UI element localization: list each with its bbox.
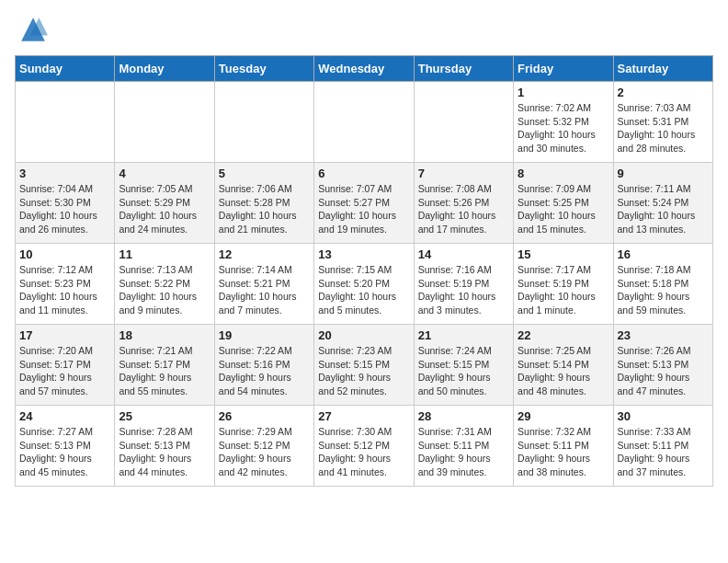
calendar-cell: 5Sunrise: 7:06 AM Sunset: 5:28 PM Daylig… (214, 163, 313, 244)
day-info: Sunrise: 7:23 AM Sunset: 5:15 PM Dayligh… (318, 344, 409, 398)
calendar-cell: 2Sunrise: 7:03 AM Sunset: 5:31 PM Daylig… (613, 82, 712, 163)
day-number: 19 (219, 328, 310, 342)
day-number: 26 (219, 409, 310, 423)
day-number: 15 (518, 247, 609, 261)
day-info: Sunrise: 7:25 AM Sunset: 5:14 PM Dayligh… (518, 344, 609, 398)
day-info: Sunrise: 7:11 AM Sunset: 5:24 PM Dayligh… (618, 182, 709, 236)
calendar-cell: 14Sunrise: 7:16 AM Sunset: 5:19 PM Dayli… (414, 244, 513, 325)
calendar-cell: 21Sunrise: 7:24 AM Sunset: 5:15 PM Dayli… (414, 325, 513, 406)
day-number: 5 (219, 167, 310, 180)
day-number: 28 (418, 409, 509, 423)
day-number: 12 (219, 247, 310, 261)
calendar-cell: 11Sunrise: 7:13 AM Sunset: 5:22 PM Dayli… (115, 244, 214, 325)
calendar-cell: 23Sunrise: 7:26 AM Sunset: 5:13 PM Dayli… (613, 325, 712, 406)
day-info: Sunrise: 7:24 AM Sunset: 5:15 PM Dayligh… (418, 344, 509, 398)
day-info: Sunrise: 7:14 AM Sunset: 5:21 PM Dayligh… (219, 263, 310, 317)
calendar-cell: 8Sunrise: 7:09 AM Sunset: 5:25 PM Daylig… (514, 163, 613, 244)
calendar-week-3: 10Sunrise: 7:12 AM Sunset: 5:23 PM Dayli… (16, 244, 713, 325)
calendar-cell: 18Sunrise: 7:21 AM Sunset: 5:17 PM Dayli… (115, 325, 214, 406)
day-info: Sunrise: 7:31 AM Sunset: 5:11 PM Dayligh… (418, 425, 509, 479)
calendar-cell: 25Sunrise: 7:28 AM Sunset: 5:13 PM Dayli… (115, 406, 214, 487)
day-info: Sunrise: 7:28 AM Sunset: 5:13 PM Dayligh… (119, 425, 210, 479)
day-number: 25 (119, 409, 210, 423)
calendar-cell: 10Sunrise: 7:12 AM Sunset: 5:23 PM Dayli… (16, 244, 115, 325)
day-header-saturday: Saturday (613, 56, 712, 82)
day-info: Sunrise: 7:04 AM Sunset: 5:30 PM Dayligh… (19, 182, 110, 236)
day-number: 8 (518, 167, 609, 180)
day-number: 16 (618, 247, 709, 261)
calendar-cell: 30Sunrise: 7:33 AM Sunset: 5:11 PM Dayli… (613, 406, 712, 487)
day-info: Sunrise: 7:21 AM Sunset: 5:17 PM Dayligh… (119, 344, 210, 398)
day-number: 18 (119, 328, 210, 342)
day-number: 7 (418, 167, 509, 180)
day-info: Sunrise: 7:22 AM Sunset: 5:16 PM Dayligh… (219, 344, 310, 398)
day-info: Sunrise: 7:03 AM Sunset: 5:31 PM Dayligh… (618, 101, 709, 155)
calendar-cell (414, 82, 513, 163)
day-number: 13 (318, 247, 409, 261)
day-header-sunday: Sunday (16, 56, 115, 82)
calendar-table: SundayMondayTuesdayWednesdayThursdayFrid… (15, 55, 713, 487)
day-number: 2 (618, 86, 709, 99)
day-number: 29 (518, 409, 609, 423)
day-number: 1 (518, 86, 609, 99)
day-info: Sunrise: 7:13 AM Sunset: 5:22 PM Dayligh… (119, 263, 210, 317)
day-number: 20 (318, 328, 409, 342)
day-header-monday: Monday (115, 56, 214, 82)
day-header-friday: Friday (514, 56, 613, 82)
day-info: Sunrise: 7:02 AM Sunset: 5:32 PM Dayligh… (518, 101, 609, 155)
day-number: 11 (119, 247, 210, 261)
calendar-cell: 1Sunrise: 7:02 AM Sunset: 5:32 PM Daylig… (514, 82, 613, 163)
day-info: Sunrise: 7:30 AM Sunset: 5:12 PM Dayligh… (318, 425, 409, 479)
day-info: Sunrise: 7:20 AM Sunset: 5:17 PM Dayligh… (19, 344, 110, 398)
day-number: 22 (518, 328, 609, 342)
day-number: 17 (19, 328, 110, 342)
calendar-cell: 20Sunrise: 7:23 AM Sunset: 5:15 PM Dayli… (314, 325, 414, 406)
day-number: 14 (418, 247, 509, 261)
day-info: Sunrise: 7:17 AM Sunset: 5:19 PM Dayligh… (518, 263, 609, 317)
calendar-cell: 7Sunrise: 7:08 AM Sunset: 5:26 PM Daylig… (414, 163, 513, 244)
calendar-week-2: 3Sunrise: 7:04 AM Sunset: 5:30 PM Daylig… (16, 163, 713, 244)
calendar-cell: 9Sunrise: 7:11 AM Sunset: 5:24 PM Daylig… (613, 163, 712, 244)
day-number: 4 (119, 167, 210, 180)
calendar-cell: 16Sunrise: 7:18 AM Sunset: 5:18 PM Dayli… (613, 244, 712, 325)
day-number: 23 (618, 328, 709, 342)
day-info: Sunrise: 7:32 AM Sunset: 5:11 PM Dayligh… (518, 425, 609, 479)
calendar-week-5: 24Sunrise: 7:27 AM Sunset: 5:13 PM Dayli… (16, 406, 713, 487)
logo-icon (18, 15, 48, 44)
calendar-cell: 15Sunrise: 7:17 AM Sunset: 5:19 PM Dayli… (514, 244, 613, 325)
day-number: 9 (618, 167, 709, 180)
day-info: Sunrise: 7:29 AM Sunset: 5:12 PM Dayligh… (219, 425, 310, 479)
day-number: 27 (318, 409, 409, 423)
day-info: Sunrise: 7:33 AM Sunset: 5:11 PM Dayligh… (618, 425, 709, 479)
calendar-cell: 24Sunrise: 7:27 AM Sunset: 5:13 PM Dayli… (16, 406, 115, 487)
day-number: 24 (19, 409, 110, 423)
day-number: 10 (19, 247, 110, 261)
logo (15, 15, 51, 48)
calendar-cell: 17Sunrise: 7:20 AM Sunset: 5:17 PM Dayli… (16, 325, 115, 406)
day-number: 30 (618, 409, 709, 423)
day-info: Sunrise: 7:26 AM Sunset: 5:13 PM Dayligh… (618, 344, 709, 398)
calendar-cell: 29Sunrise: 7:32 AM Sunset: 5:11 PM Dayli… (514, 406, 613, 487)
calendar-cell (115, 82, 214, 163)
calendar-cell: 19Sunrise: 7:22 AM Sunset: 5:16 PM Dayli… (214, 325, 313, 406)
calendar-cell: 3Sunrise: 7:04 AM Sunset: 5:30 PM Daylig… (16, 163, 115, 244)
calendar-cell (16, 82, 115, 163)
day-info: Sunrise: 7:18 AM Sunset: 5:18 PM Dayligh… (618, 263, 709, 317)
day-number: 21 (418, 328, 509, 342)
calendar-cell: 12Sunrise: 7:14 AM Sunset: 5:21 PM Dayli… (214, 244, 313, 325)
day-header-tuesday: Tuesday (214, 56, 313, 82)
calendar-cell: 4Sunrise: 7:05 AM Sunset: 5:29 PM Daylig… (115, 163, 214, 244)
day-info: Sunrise: 7:08 AM Sunset: 5:26 PM Dayligh… (418, 182, 509, 236)
calendar-cell: 27Sunrise: 7:30 AM Sunset: 5:12 PM Dayli… (314, 406, 414, 487)
day-info: Sunrise: 7:12 AM Sunset: 5:23 PM Dayligh… (19, 263, 110, 317)
calendar-week-4: 17Sunrise: 7:20 AM Sunset: 5:17 PM Dayli… (16, 325, 713, 406)
day-info: Sunrise: 7:07 AM Sunset: 5:27 PM Dayligh… (318, 182, 409, 236)
calendar-header: SundayMondayTuesdayWednesdayThursdayFrid… (16, 56, 713, 82)
day-header-wednesday: Wednesday (314, 56, 414, 82)
day-info: Sunrise: 7:05 AM Sunset: 5:29 PM Dayligh… (119, 182, 210, 236)
calendar-cell (314, 82, 414, 163)
day-number: 3 (19, 167, 110, 180)
day-info: Sunrise: 7:06 AM Sunset: 5:28 PM Dayligh… (219, 182, 310, 236)
calendar-cell: 26Sunrise: 7:29 AM Sunset: 5:12 PM Dayli… (214, 406, 313, 487)
calendar-cell: 28Sunrise: 7:31 AM Sunset: 5:11 PM Dayli… (414, 406, 513, 487)
